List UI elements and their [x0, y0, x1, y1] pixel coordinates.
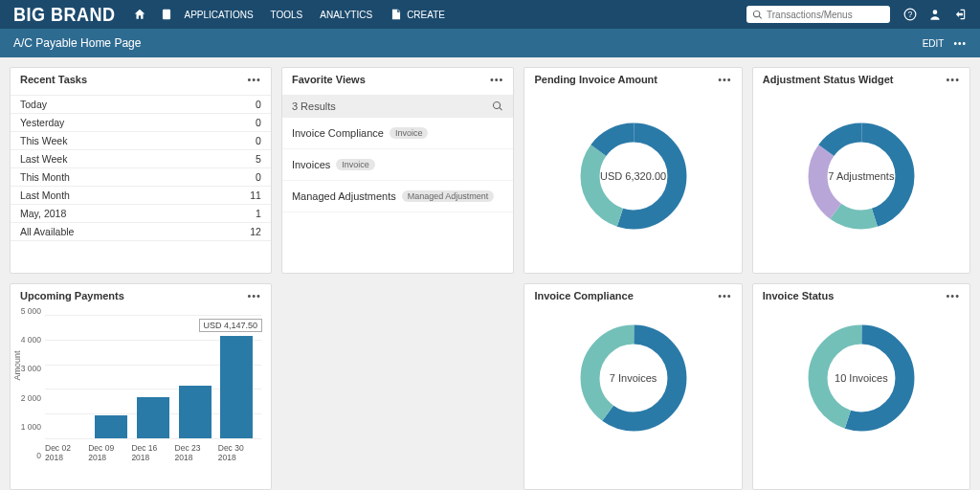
invoice-status-center: 10 Invoices [835, 372, 888, 384]
favorite-view-tag: Invoice [390, 127, 429, 139]
task-label: This Week [20, 135, 67, 146]
nav-analytics[interactable]: ANALYTICS [320, 10, 372, 20]
edit-button[interactable]: EDIT [923, 38, 945, 49]
task-count: 11 [250, 189, 261, 201]
bar[interactable] [95, 415, 127, 439]
adjustment-status-card: Adjustment Status Widget••• 7 Adjustment… [752, 67, 970, 274]
nav-tools[interactable]: TOOLS [271, 10, 303, 20]
task-label: This Month [20, 171, 70, 183]
x-tick-label: Dec 23 2018 [175, 443, 218, 462]
upcoming-payments-card: Upcoming Payments ••• Amount 01 0002 000… [10, 283, 272, 490]
create-icon[interactable]: CREATE [390, 8, 445, 21]
x-tick-label: Dec 16 2018 [131, 443, 174, 462]
recent-tasks-more-icon[interactable]: ••• [247, 74, 261, 85]
search-input[interactable] [767, 10, 881, 20]
recent-tasks-title: Recent Tasks [20, 74, 87, 85]
page-more-icon[interactable]: ••• [953, 38, 967, 49]
invoice-status-card: Invoice Status••• 10 Invoices [752, 283, 970, 490]
clipboard-icon[interactable] [160, 8, 173, 21]
dashboard-grid: Recent Tasks ••• Today0Yesterday0This We… [0, 57, 980, 490]
invoice-compliance-title: Invoice Compliance [534, 290, 633, 301]
task-row[interactable]: May, 20181 [11, 205, 271, 223]
task-count: 0 [256, 117, 261, 128]
pending-invoice-card: Pending Invoice Amount••• USD 6,320.00 [523, 67, 742, 274]
favorite-view-tag: Invoice [336, 159, 375, 170]
user-icon[interactable] [928, 8, 942, 21]
nav-create-label: CREATE [407, 10, 445, 20]
pending-invoice-more-icon[interactable]: ••• [718, 74, 732, 85]
invoice-status-title: Invoice Status [763, 290, 835, 301]
task-count: 1 [256, 208, 261, 219]
favorite-views-results: 3 Results [282, 95, 514, 118]
favorite-view-row[interactable]: InvoicesInvoice [282, 149, 514, 181]
search-icon [752, 10, 763, 20]
task-label: All Available [20, 226, 74, 237]
task-count: 0 [256, 99, 261, 110]
task-count: 0 [256, 171, 261, 183]
favorite-view-tag: Managed Adjustment [402, 190, 495, 202]
pending-invoice-title: Pending Invoice Amount [534, 74, 657, 85]
task-count: 12 [250, 226, 261, 237]
upcoming-payments-chart: Amount 01 0002 0003 0004 0005 000 USD 4,… [11, 311, 271, 479]
favorite-views-more-icon[interactable]: ••• [490, 74, 504, 85]
task-row[interactable]: Last Month11 [11, 187, 271, 205]
adjustment-status-more-icon[interactable]: ••• [946, 74, 960, 85]
favorite-view-row[interactable]: Managed AdjustmentsManaged Adjustment [282, 181, 514, 212]
bar[interactable] [179, 386, 212, 438]
adjustment-status-title: Adjustment Status Widget [763, 74, 894, 85]
pending-invoice-center: USD 6,320.00 [600, 170, 666, 182]
top-nav: BIG BRAND APPLICATIONS TOOLS ANALYTICS C… [0, 0, 980, 29]
invoice-compliance-center: 7 Invoices [610, 372, 657, 384]
x-tick-label: Dec 30 2018 [218, 443, 261, 462]
task-count: 5 [256, 153, 261, 165]
favorite-view-label: Invoices [292, 159, 330, 170]
svg-text:?: ? [908, 11, 913, 19]
bar[interactable] [137, 397, 169, 438]
logout-icon[interactable] [953, 8, 967, 21]
task-row[interactable]: Last Week5 [11, 150, 271, 168]
page-title-bar: A/C Payable Home Page EDIT ••• [0, 29, 980, 57]
results-label: 3 Results [292, 100, 336, 112]
upcoming-payments-more-icon[interactable]: ••• [247, 290, 261, 301]
bar-tooltip: USD 4,147.50 [199, 319, 263, 332]
nav-applications[interactable]: APPLICATIONS [185, 10, 254, 20]
task-label: Last Week [20, 153, 67, 165]
invoice-compliance-card: Invoice Compliance••• 7 Invoices [523, 283, 742, 490]
page-title: A/C Payable Home Page [13, 36, 141, 50]
bar[interactable]: USD 4,147.50 [220, 336, 253, 438]
task-label: Today [20, 99, 47, 110]
favorite-view-row[interactable]: Invoice ComplianceInvoice [282, 118, 514, 149]
svg-point-2 [933, 10, 938, 14]
invoice-compliance-more-icon[interactable]: ••• [718, 290, 732, 301]
task-row[interactable]: Today0 [11, 96, 271, 114]
home-icon[interactable] [133, 8, 146, 21]
upcoming-payments-title: Upcoming Payments [20, 290, 124, 301]
task-row[interactable]: Yesterday0 [11, 114, 271, 132]
invoice-status-more-icon[interactable]: ••• [946, 290, 960, 301]
task-row[interactable]: This Week0 [11, 132, 271, 150]
search-icon[interactable] [492, 100, 503, 112]
task-label: May, 2018 [20, 208, 66, 219]
task-row[interactable]: All Available12 [11, 223, 271, 241]
task-label: Last Month [20, 189, 70, 201]
task-row[interactable]: This Month0 [11, 168, 271, 187]
task-count: 0 [256, 135, 261, 146]
adjustment-status-center: 7 Adjustments [828, 170, 894, 182]
x-tick-label: Dec 09 2018 [88, 443, 131, 462]
recent-tasks-list: Today0Yesterday0This Week0Last Week5This… [11, 95, 271, 241]
favorite-view-label: Invoice Compliance [292, 127, 384, 139]
brand-logo: BIG BRAND [13, 3, 116, 25]
search-box[interactable] [746, 6, 890, 23]
help-icon[interactable]: ? [903, 8, 917, 21]
recent-tasks-card: Recent Tasks ••• Today0Yesterday0This We… [10, 67, 272, 274]
favorite-views-title: Favorite Views [292, 74, 366, 85]
favorite-views-card: Favorite Views ••• 3 Results Invoice Com… [281, 67, 515, 274]
favorite-view-label: Managed Adjustments [292, 190, 396, 202]
task-label: Yesterday [20, 117, 64, 128]
x-tick-label: Dec 02 2018 [45, 443, 88, 462]
